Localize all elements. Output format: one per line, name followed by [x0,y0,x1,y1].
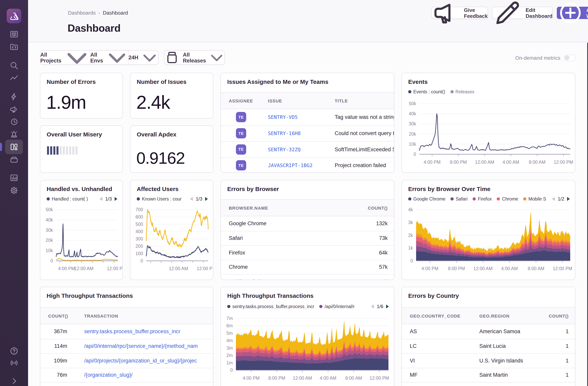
sidebar-item-issues[interactable] [9,30,19,39]
table-row[interactable]: LC Saint Lucia 1 [402,339,575,353]
column-header[interactable]: GEO.REGION [479,314,510,318]
avatar: TE [236,128,246,139]
widget-errors-by-country[interactable]: Errors by Country GEO.COUNTRY_CODE GEO.R… [401,287,575,386]
table-row[interactable]: VI U.S. Virgin Islands 1 [402,353,575,368]
big-number-value: 2.4k [136,91,170,113]
table-row[interactable]: TE SENTRY-32ZQ SoftTimeLimitExceeded S [221,141,394,157]
widget-issues-assigned[interactable]: Issues Assigned to Me or My Teams ASSIGN… [220,73,394,173]
sidebar [0,0,28,386]
table-row[interactable]: Google Chrome 132k [221,216,394,231]
column-header[interactable]: COUNT() [368,205,388,210]
widget-errors-by-browser[interactable]: Errors by Browser BROWSER.NAME COUNT() G… [220,180,394,280]
sidebar-item-performance[interactable] [9,92,19,101]
svg-text:12:00 AM: 12:00 AM [473,266,493,271]
column-header[interactable]: TITLE [335,98,348,103]
issue-link[interactable]: JAVASCRIPT-1BG2 [268,162,313,168]
svg-text:50k: 50k [409,101,416,106]
table-row[interactable]: Chrome 57k [221,260,394,274]
table-row[interactable]: AS American Samoa 1 [402,324,575,339]
widget-high-throughput-table[interactable]: High Throughput Transactions COUNT() TRA… [40,287,213,386]
projects-filter[interactable]: All Projects [40,51,90,65]
widget-errors-by-browser-over-time[interactable]: Errors by Browser Over Time Google Chrom… [401,180,575,280]
widget-number-of-issues[interactable]: Number of Issues 2.4k [130,73,213,119]
svg-text:12:00 AM: 12:00 AM [293,376,312,381]
sidebar-item-traces[interactable] [9,73,19,83]
widget-overall-user-misery[interactable]: Overall User Misery [40,125,123,173]
svg-text:12:00 PM: 12:00 PM [554,159,573,165]
svg-text:7m: 7m [226,316,233,321]
chevron-down-icon [209,50,224,65]
widget-high-throughput-chart[interactable]: High Throughput Transactions sentry.task… [220,287,394,386]
column-header[interactable]: COUNT() [48,314,68,318]
releases-filter[interactable]: All Releases [164,50,225,65]
table-row[interactable]: 76m /{organization_slug}/ [40,368,213,382]
column-header[interactable]: GEO.COUNTRY_CODE [410,314,460,318]
table-row[interactable] [40,382,213,386]
column-header[interactable]: ISSUE [268,98,282,103]
count-value: 132k [376,221,388,227]
column-header[interactable]: COUNT() [549,314,569,318]
table-row[interactable]: TE SENTRY-16H8 Could not convert query t [221,125,394,141]
sidebar-item-stats[interactable] [9,173,19,182]
transaction-link[interactable]: /api/0/internal/rpc/{service_name}/{meth… [84,343,213,349]
sidebar-item-stories[interactable] [9,155,19,164]
sidebar-item-help[interactable] [9,346,19,356]
column-header[interactable]: ASSIGNEE [229,98,253,103]
breadcrumb-dashboards[interactable]: Dashboards [68,10,96,16]
widget-number-of-errors[interactable]: Number of Errors 1.9m [40,73,123,119]
table-row[interactable]: MF Saint Martin 1 [402,368,575,382]
sidebar-item-projects[interactable] [9,42,19,51]
widget-overall-apdex[interactable]: Overall Apdex 0.9162 [130,125,213,173]
ondemand-metrics-toggle[interactable] [564,55,576,61]
sidebar-item-dashboards[interactable] [9,142,19,152]
issue-link[interactable]: SENTRY-32ZQ [268,147,301,153]
svg-text:400: 400 [136,229,143,234]
toggle-knob [565,55,569,60]
date-range-filter[interactable]: 24H [128,51,158,65]
count-value: 367m [48,329,67,335]
table-row[interactable]: TE JAVASCRIPT-1BG2 Project creation fail… [221,157,394,173]
svg-text:40k: 40k [46,217,53,223]
svg-text:10k: 10k [409,142,416,147]
issue-title: Tag value was not a string [335,114,394,120]
table-row[interactable]: Mobile Safari 38k [221,274,394,280]
svg-text:6m: 6m [226,323,233,328]
sidebar-item-replays[interactable] [9,117,19,126]
scrollbar[interactable] [587,43,588,386]
svg-text:2k: 2k [408,233,413,238]
svg-text:3k: 3k [408,220,413,225]
sidebar-item-whats-new[interactable] [9,358,19,367]
table-row[interactable]: Firefox 64k [221,245,394,260]
sentry-logo-icon[interactable] [7,9,21,23]
column-header[interactable]: BROWSER.NAME [229,205,268,210]
table-row[interactable]: 114m /api/0/internal/rpc/{service_name}/… [40,339,213,353]
table-row[interactable] [402,382,575,386]
issue-link[interactable]: SENTRY-VD5 [268,114,298,120]
table-row[interactable]: TE SENTRY-VD5 Tag value was not a string [221,109,394,125]
table-row[interactable]: 367m sentry.tasks.process_buffer.process… [40,324,213,339]
give-feedback-button[interactable]: Give Feedback [431,7,488,19]
environments-filter[interactable]: All Envs [90,51,128,65]
sidebar-item-alerts[interactable] [9,130,19,139]
widget-events[interactable]: Events Events : count() Releases 010k20k… [401,73,575,173]
column-header[interactable]: TRANSACTION [84,314,118,318]
throughput-area-chart: 01m2m3m4m5m6m7m4:00 PM8:00 PM12:00 AM4:0… [221,287,394,386]
transaction-link[interactable]: /{organization_slug}/ [84,372,213,378]
widget-handled-vs-unhandled[interactable]: Handled vs. Unhandled Handled : count( )… [40,180,123,280]
add-widget-button[interactable]: Add Widget [557,7,588,19]
edit-dashboard-button[interactable]: Edit Dashboard [492,7,553,19]
table-row[interactable]: Safari 73k [221,231,394,245]
region-name: U.S. Virgin Islands [479,358,523,364]
issue-link[interactable]: SENTRY-16H8 [268,131,301,136]
breadcrumb-current: Dashboard [103,10,128,16]
sidebar-item-settings[interactable] [9,186,19,195]
transaction-link[interactable]: /api/0/projects/{organization_id_or_slug… [84,358,213,364]
table-row[interactable]: 109m /api/0/projects/{organization_id_or… [40,353,213,368]
sidebar-item-search[interactable] [9,61,19,70]
sidebar-collapse-button[interactable] [9,377,19,386]
svg-text:20k: 20k [409,132,416,137]
widget-affected-users[interactable]: Affected Users Known Users : cour 1/3 01… [130,180,213,280]
sidebar-item-feedback[interactable] [9,105,19,114]
transaction-link[interactable]: sentry.tasks.process_buffer.process_incr [84,329,213,335]
browser-area-chart: 01k2k3k4k4:00 PM8:00 PM12:00 AM4:00 AM8:… [402,180,575,280]
